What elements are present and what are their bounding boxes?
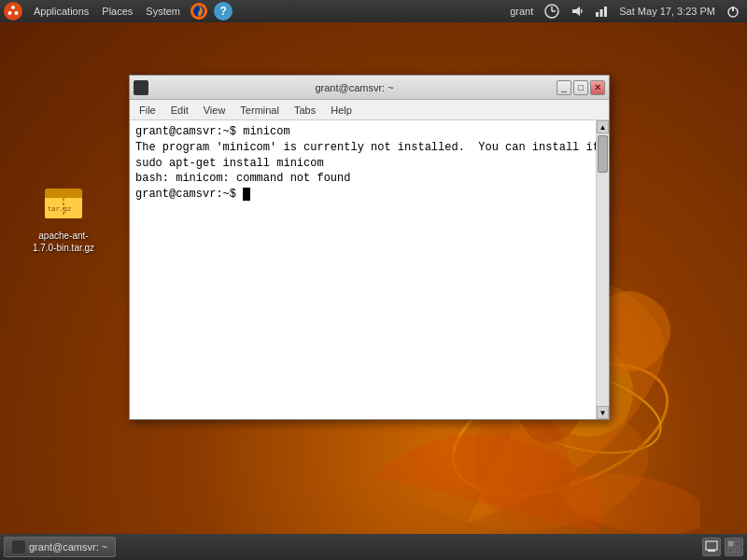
terminal-content[interactable]: grant@camsvr:~$ minicomThe program 'mini… [130,120,596,419]
terminal-body: grant@camsvr:~$ minicomThe program 'mini… [130,120,609,419]
svg-rect-27 [728,541,733,546]
terminal-cursor [243,188,250,201]
svg-point-2 [557,464,700,541]
terminal-line: bash: minicom: command not found [135,171,590,187]
workspace-switcher[interactable] [725,538,743,556]
svg-point-7 [15,11,19,15]
menu-edit[interactable]: Edit [163,103,196,118]
top-panel: Applications Places System ? grant [0,0,747,22]
svg-rect-26 [708,550,715,552]
terminal-scrollbar[interactable]: ▲ ▼ [596,120,609,419]
svg-rect-30 [735,548,740,553]
panel-left: Applications Places System ? [4,0,234,22]
desktop-file-icon[interactable]: tar.gz apache-ant-1.7.0-bin.tar.gz [26,177,101,258]
terminal-line: grant@camsvr:~$ [135,187,590,203]
terminal-titlebar: grant@camsvr: ~ _ □ ✕ [130,76,609,100]
show-desktop-button[interactable] [702,538,721,556]
terminal-window-icon [134,80,148,95]
close-button[interactable]: ✕ [590,80,605,95]
desktop: Applications Places System ? grant [0,0,747,560]
menu-file[interactable]: File [132,103,163,118]
svg-point-6 [11,6,15,9]
terminal-menubar: File Edit View Terminal Tabs Help [130,100,609,120]
ubuntu-logo [4,2,22,21]
panel-right: grant Sat [506,0,743,22]
svg-rect-29 [728,548,733,553]
svg-rect-28 [735,541,740,546]
svg-rect-16 [600,9,603,17]
datetime-display[interactable]: Sat May 17, 3:23 PM [615,0,719,22]
terminal-title: grant@camsvr: ~ [152,82,557,93]
terminal-window-buttons: _ □ ✕ [557,80,605,95]
maximize-button[interactable]: □ [573,80,588,95]
places-menu[interactable]: Places [96,0,138,22]
svg-marker-14 [572,7,580,16]
scrollbar-down-button[interactable]: ▼ [597,406,609,419]
clock-icon [541,0,563,22]
svg-rect-15 [596,12,599,17]
minimize-button[interactable]: _ [557,80,571,95]
menu-view[interactable]: View [196,103,233,118]
terminal-line: grant@camsvr:~$ minicom [135,124,590,140]
svg-rect-22 [45,194,82,198]
scrollbar-thumb[interactable] [598,135,608,173]
power-icon[interactable] [723,0,743,22]
terminal-line: The program 'minicom' is currently not i… [135,140,590,156]
taskbar-terminal-item[interactable]: grant@camsvr: ~ [4,537,116,557]
scrollbar-up-button[interactable]: ▲ [597,120,609,133]
system-menu[interactable]: System [140,0,186,22]
menu-terminal[interactable]: Terminal [233,103,287,118]
svg-rect-17 [604,7,607,17]
taskbar-terminal-label: grant@camsvr: ~ [29,541,107,553]
firefox-icon[interactable] [190,2,208,21]
taskbar-right [702,538,743,556]
username-display: grant [506,0,537,22]
taskbar-terminal-icon [12,540,25,553]
help-icon[interactable]: ? [214,2,233,21]
applications-menu[interactable]: Applications [28,0,94,22]
terminal-window: grant@camsvr: ~ _ □ ✕ File Edit View Ter… [129,75,610,420]
taskbar: grant@camsvr: ~ [0,534,747,560]
svg-text:tar.gz: tar.gz [48,205,71,213]
terminal-line: sudo apt-get install minicom [135,156,590,172]
file-icon-image: tar.gz [41,181,86,226]
network-icon[interactable] [591,0,612,22]
menu-help[interactable]: Help [323,103,359,118]
volume-icon[interactable] [567,0,587,22]
svg-rect-25 [706,541,717,550]
scrollbar-track [597,133,609,406]
file-icon-label: apache-ant-1.7.0-bin.tar.gz [30,230,97,254]
menu-tabs[interactable]: Tabs [287,103,323,118]
svg-point-8 [8,11,12,15]
